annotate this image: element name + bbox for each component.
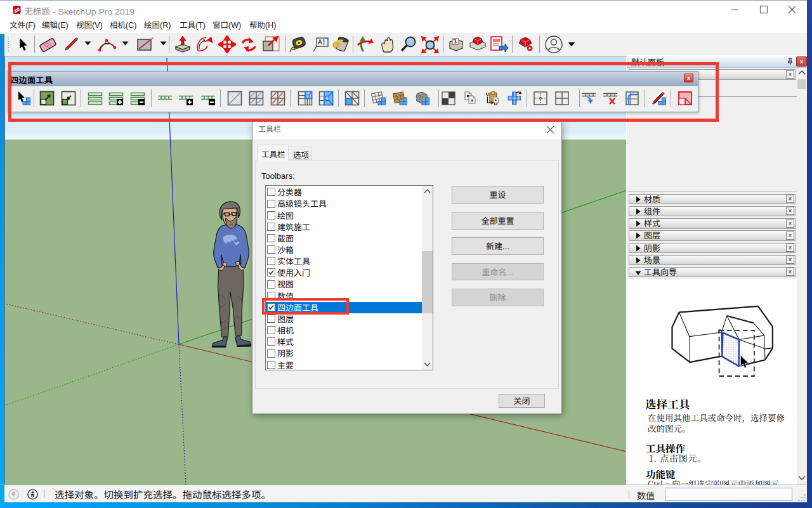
svg-text:A1: A1 xyxy=(318,39,326,46)
